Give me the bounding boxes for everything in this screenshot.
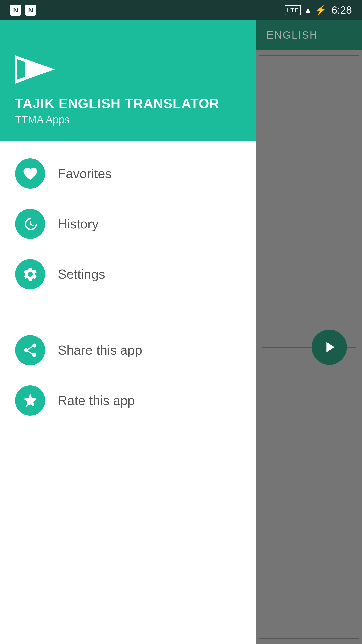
notification-icon-2: N (25, 5, 36, 16)
favorites-label: Favorites (58, 166, 112, 181)
history-label: History (58, 216, 99, 231)
star-icon (22, 392, 38, 409)
share-label: Share this app (58, 343, 142, 358)
status-bar: N N LTE ▲ ⚡ 6:28 (0, 0, 362, 20)
settings-label: Settings (58, 267, 105, 282)
status-icons: LTE ▲ ⚡ (285, 5, 326, 15)
app-subtitle: TTMA Apps (15, 114, 241, 126)
favorites-icon-circle (15, 158, 45, 189)
clock-icon (22, 216, 38, 232)
menu-item-history[interactable]: History (0, 199, 256, 249)
navigation-drawer: TAJIK ENGLISH TRANSLATOR TTMA Apps Favor… (0, 20, 256, 644)
notification-icon-1: N (10, 5, 21, 16)
share-icon (22, 342, 38, 358)
menu-item-rate[interactable]: Rate this app (0, 375, 256, 426)
app-toolbar: ENGLISH (256, 20, 362, 50)
gear-icon (22, 266, 38, 283)
share-icon-circle (15, 335, 45, 365)
signal-icon: ▲ (304, 6, 312, 15)
app-body (256, 50, 362, 644)
translate-button[interactable] (312, 330, 347, 365)
app-content: ENGLISH (256, 20, 362, 644)
lte-icon: LTE (285, 5, 301, 15)
translate-arrow-icon (321, 338, 338, 356)
app-logo (15, 54, 241, 86)
rate-icon-circle (15, 385, 45, 416)
history-icon-circle (15, 209, 45, 239)
logo-arrow-icon (15, 54, 55, 85)
menu-item-settings[interactable]: Settings (0, 249, 256, 299)
menu-divider (0, 312, 256, 312)
status-bar-right: LTE ▲ ⚡ 6:28 (285, 4, 352, 16)
rate-label: Rate this app (58, 393, 135, 408)
secondary-menu: Share this app Rate this app (0, 317, 256, 433)
status-time: 6:28 (331, 4, 352, 16)
menu-item-share[interactable]: Share this app (0, 325, 256, 375)
main-layout: TAJIK ENGLISH TRANSLATOR TTMA Apps Favor… (0, 20, 362, 644)
battery-icon: ⚡ (315, 5, 326, 15)
primary-menu: Favorites History Settings (0, 141, 256, 307)
heart-icon (22, 166, 38, 182)
menu-item-favorites[interactable]: Favorites (0, 148, 256, 199)
status-bar-left: N N (10, 5, 36, 16)
drawer-header: TAJIK ENGLISH TRANSLATOR TTMA Apps (0, 20, 256, 141)
settings-icon-circle (15, 259, 45, 289)
app-title: TAJIK ENGLISH TRANSLATOR (15, 96, 241, 111)
toolbar-title: ENGLISH (266, 29, 318, 41)
